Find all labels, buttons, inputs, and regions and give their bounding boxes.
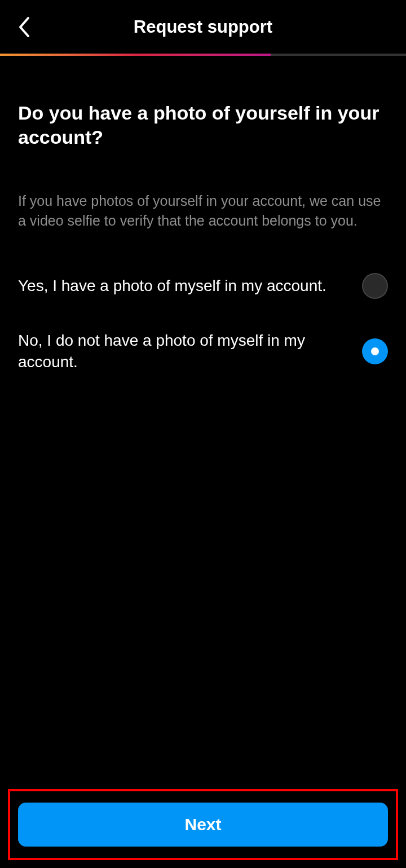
progress-segment-2 — [135, 54, 271, 56]
option-yes[interactable]: Yes, I have a photo of myself in my acco… — [18, 273, 388, 299]
option-no[interactable]: No, I do not have a photo of myself in m… — [18, 330, 388, 373]
radio-button-selected — [362, 338, 388, 364]
progress-bar — [0, 54, 406, 56]
footer-highlight: Next — [8, 789, 398, 860]
progress-segment-1 — [0, 54, 135, 56]
back-button[interactable] — [11, 14, 38, 41]
page-title: Request support — [0, 17, 406, 37]
question-description: If you have photos of yourself in your a… — [18, 191, 388, 231]
option-label: No, I do not have a photo of myself in m… — [18, 330, 362, 373]
header: Request support — [0, 0, 406, 54]
content: Do you have a photo of yourself in your … — [0, 56, 406, 373]
chevron-left-icon — [17, 16, 33, 38]
option-label: Yes, I have a photo of myself in my acco… — [18, 275, 362, 297]
question-title: Do you have a photo of yourself in your … — [18, 101, 388, 149]
next-button[interactable]: Next — [18, 803, 388, 847]
radio-button-unselected — [362, 273, 388, 299]
progress-segment-3 — [271, 54, 406, 56]
radio-inner-dot — [371, 347, 379, 355]
